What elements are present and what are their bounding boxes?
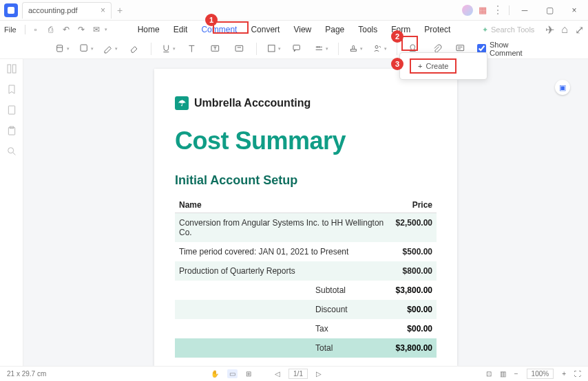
more-icon[interactable]: ⋮ bbox=[492, 3, 503, 17]
table-row: Production of Quarterly Reports$800.00 bbox=[175, 261, 437, 281]
summary-label: Discount bbox=[315, 305, 384, 314]
main-menu: HomeEditCommentConvertViewPageToolsFormP… bbox=[131, 22, 458, 37]
thumbnails-icon[interactable] bbox=[6, 63, 17, 74]
row-price: $2,500.00 bbox=[384, 218, 432, 237]
statusbar: 21 x 29.7 cm ✋ ▭ ⊞ ◁ 1/1 ▷ ⊡ ▥ − 100% + … bbox=[0, 366, 588, 381]
page-icon[interactable] bbox=[6, 105, 17, 116]
menu-page[interactable]: Page bbox=[318, 22, 351, 37]
share-float-icon[interactable]: ▣ bbox=[555, 80, 570, 95]
summary-row: Discount$00.00 bbox=[175, 300, 437, 319]
cost-table: Name Price Conversion from Angular Syste… bbox=[175, 197, 437, 358]
badge-3: 3 bbox=[391, 58, 403, 70]
search-icon[interactable] bbox=[6, 146, 17, 157]
table-row: Conversion from Angular Systems Inc. to … bbox=[175, 213, 437, 242]
svg-point-14 bbox=[8, 148, 13, 153]
col-name: Name bbox=[179, 200, 412, 210]
undo-icon[interactable]: ↶ bbox=[60, 23, 72, 36]
workspace: ☂ Umbrella Acccounting Cost Summary Init… bbox=[0, 59, 588, 366]
zoom-out-icon[interactable]: − bbox=[514, 370, 518, 378]
menu-protect[interactable]: Protect bbox=[417, 22, 457, 37]
shape-tool[interactable]: ▾ bbox=[266, 41, 281, 56]
stamp-tool[interactable]: ▾ bbox=[348, 41, 363, 56]
row-name: Time period covered: JAN 01, 2021 to Pre… bbox=[179, 247, 384, 257]
minimize-button[interactable]: ─ bbox=[515, 0, 534, 21]
gift-icon[interactable]: ▦ bbox=[479, 5, 487, 15]
svg-rect-4 bbox=[268, 45, 274, 51]
callout-tool[interactable] bbox=[291, 41, 304, 56]
fullscreen-icon[interactable]: ⛶ bbox=[574, 370, 581, 378]
signature-tool[interactable]: ▾ bbox=[372, 41, 387, 56]
select-tool-icon[interactable]: ▭ bbox=[227, 369, 238, 378]
menu-edit[interactable]: Edit bbox=[167, 22, 195, 37]
svg-rect-10 bbox=[12, 65, 16, 73]
brand-name: Umbrella Acccounting bbox=[194, 97, 311, 109]
area-highlight-tool[interactable] bbox=[232, 41, 246, 56]
brand-badge: ☂ bbox=[175, 96, 189, 110]
pencil-tool[interactable]: ▾ bbox=[103, 41, 118, 56]
summary-value: $00.00 bbox=[384, 305, 432, 314]
measure-tool[interactable]: ▾ bbox=[314, 41, 328, 56]
sparkle-icon: ✦ bbox=[482, 25, 488, 34]
fit-icon[interactable]: ⊡ bbox=[486, 370, 492, 378]
save-icon[interactable]: ▫ bbox=[30, 23, 42, 36]
prev-page-icon[interactable]: ◁ bbox=[275, 370, 280, 378]
menu-convert[interactable]: Convert bbox=[244, 22, 286, 37]
summary-label: Tax bbox=[315, 324, 384, 334]
left-sidebar bbox=[0, 59, 23, 366]
summary-row: Tax$00.00 bbox=[175, 319, 437, 338]
search-tools-input[interactable]: Search Tools bbox=[491, 25, 534, 34]
table-row: Time period covered: JAN 01, 2021 to Pre… bbox=[175, 242, 437, 261]
menu-view[interactable]: View bbox=[286, 22, 318, 37]
summary-value: $3,800.00 bbox=[384, 285, 432, 295]
read-mode-icon[interactable]: ⊞ bbox=[246, 370, 251, 378]
new-tab-button[interactable]: + bbox=[117, 5, 123, 16]
page-dimensions: 21 x 29.7 cm bbox=[7, 370, 46, 378]
close-window-button[interactable]: × bbox=[565, 0, 584, 21]
svg-rect-11 bbox=[8, 106, 14, 114]
document-viewport[interactable]: ☂ Umbrella Acccounting Cost Summary Init… bbox=[23, 59, 588, 366]
textbox-tool[interactable] bbox=[209, 41, 222, 56]
expand-icon[interactable]: ⤢ bbox=[575, 23, 584, 36]
text-tool[interactable] bbox=[185, 41, 199, 56]
tab-title: accounting.pdf bbox=[28, 6, 78, 14]
home-icon[interactable]: ⌂ bbox=[561, 23, 568, 36]
file-menu[interactable]: File bbox=[4, 25, 17, 34]
close-tab-icon[interactable]: × bbox=[101, 6, 105, 15]
menubar: File ▫ ⎙ ↶ ↷ ✉▾ HomeEditCommentConvertVi… bbox=[0, 21, 588, 39]
row-price: $500.00 bbox=[384, 247, 432, 257]
pdf-page: ☂ Umbrella Acccounting Cost Summary Init… bbox=[154, 69, 457, 366]
avatar[interactable] bbox=[462, 5, 473, 16]
next-page-icon[interactable]: ▷ bbox=[316, 370, 322, 378]
badge-2: 2 bbox=[391, 30, 403, 43]
print-icon[interactable]: ⎙ bbox=[45, 23, 57, 36]
zoom-level[interactable]: 100% bbox=[527, 369, 554, 379]
maximize-button[interactable]: ▢ bbox=[540, 0, 559, 21]
summary-value: $00.00 bbox=[384, 324, 432, 334]
svg-rect-8 bbox=[456, 45, 464, 50]
clipboard-icon[interactable] bbox=[6, 125, 17, 136]
layout-icon[interactable]: ▥ bbox=[500, 370, 506, 378]
page-indicator[interactable]: 1/1 bbox=[288, 369, 308, 379]
document-tab[interactable]: accounting.pdf × bbox=[22, 2, 112, 19]
row-name: Production of Quarterly Reports bbox=[179, 266, 384, 276]
stamp-popup: + Create bbox=[399, 52, 487, 80]
summary-row: Total$3,800.00 bbox=[175, 338, 437, 358]
create-button[interactable]: + Create bbox=[410, 58, 456, 74]
bookmark-icon[interactable] bbox=[6, 84, 17, 95]
menu-home[interactable]: Home bbox=[131, 22, 167, 37]
menu-comment[interactable]: Comment bbox=[194, 22, 244, 37]
zoom-in-icon[interactable]: + bbox=[562, 370, 566, 378]
underline-tool[interactable]: ▾ bbox=[161, 41, 176, 56]
mail-icon[interactable]: ✉ bbox=[90, 23, 103, 36]
note-tool[interactable]: ▾ bbox=[55, 41, 70, 56]
redo-icon[interactable]: ↷ bbox=[75, 23, 87, 36]
menu-tools[interactable]: Tools bbox=[351, 22, 384, 37]
hand-tool-icon[interactable]: ✋ bbox=[211, 370, 219, 378]
row-price: $800.00 bbox=[384, 266, 432, 276]
row-name: Conversion from Angular Systems Inc. to … bbox=[179, 218, 384, 237]
col-price: Price bbox=[412, 200, 432, 210]
eraser-tool[interactable] bbox=[127, 41, 141, 56]
svg-rect-0 bbox=[57, 45, 63, 51]
send-icon[interactable]: ✈ bbox=[545, 23, 554, 36]
highlight-tool[interactable]: ▾ bbox=[79, 41, 94, 56]
